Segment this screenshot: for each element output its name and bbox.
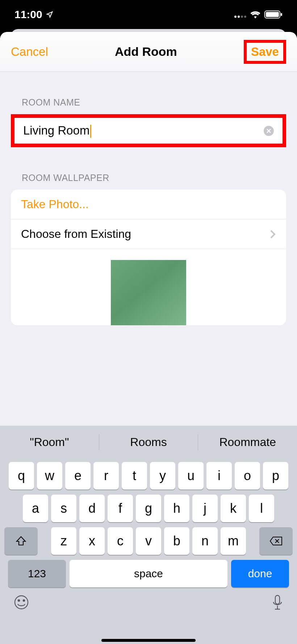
dictation-icon[interactable] [272,595,283,611]
shift-icon [16,536,26,546]
key-b[interactable]: b [164,527,189,555]
save-button[interactable]: Save [244,40,286,64]
key-x[interactable]: x [79,527,105,555]
key-o[interactable]: o [235,462,260,490]
key-row-2: a s d f g h j k l [4,495,293,522]
shift-key[interactable] [4,527,38,555]
svg-point-8 [18,600,20,601]
battery-icon [264,11,283,18]
key-q[interactable]: q [9,462,34,490]
backspace-icon [269,536,283,546]
wallpaper-preview-row [11,249,286,325]
room-name-input[interactable]: Living Room [14,118,283,144]
svg-rect-10 [275,595,280,604]
close-icon [266,128,271,133]
suggestion-1[interactable]: "Room" [0,435,99,449]
choose-existing-button[interactable]: Choose from Existing [11,219,286,249]
key-row-1: q w e r t y u i o p [4,462,293,490]
wallpaper-label: ROOM WALLPAPER [0,147,297,190]
key-c[interactable]: c [108,527,133,555]
room-name-label: ROOM NAME [0,72,297,114]
key-k[interactable]: k [221,495,246,522]
key-l[interactable]: l [249,495,274,522]
svg-point-0 [234,16,237,18]
clear-text-button[interactable] [264,126,274,136]
emoji-icon[interactable] [14,595,29,610]
key-h[interactable]: h [164,495,189,522]
key-m[interactable]: m [221,527,246,555]
key-w[interactable]: w [37,462,62,490]
numeric-key[interactable]: 123 [8,560,66,587]
take-photo-label: Take Photo... [21,198,89,211]
key-n[interactable]: n [192,527,218,555]
wifi-icon [250,11,261,18]
suggestion-3[interactable]: Roommate [198,435,297,449]
svg-point-9 [23,600,25,601]
take-photo-button[interactable]: Take Photo... [11,190,286,219]
wallpaper-thumbnail[interactable] [111,260,186,325]
wallpaper-card: Take Photo... Choose from Existing [11,190,286,325]
room-name-field-highlight: Living Room [11,114,286,147]
key-g[interactable]: g [136,495,161,522]
key-d[interactable]: d [79,495,105,522]
room-name-value: Living Room [23,124,264,138]
keyboard: "Room" Rooms Roommate q w e r t y u i o … [0,426,297,644]
location-icon [46,11,53,18]
svg-rect-5 [266,12,279,17]
text-cursor [90,125,91,138]
backspace-key[interactable] [259,527,293,555]
status-time: 11:00 [14,8,42,21]
content-area: ROOM NAME Living Room ROOM WALLPAPER Tak… [0,72,297,325]
svg-point-3 [244,16,246,18]
key-j[interactable]: j [192,495,218,522]
key-y[interactable]: y [150,462,175,490]
key-z[interactable]: z [51,527,76,555]
svg-rect-6 [281,13,282,16]
cancel-button[interactable]: Cancel [11,45,48,59]
status-bar: 11:00 [0,0,297,29]
svg-point-1 [238,16,240,18]
done-key[interactable]: done [231,560,289,587]
page-title: Add Room [115,45,177,59]
key-row-4: 123 space done [4,560,293,587]
suggestion-2[interactable]: Rooms [99,435,198,449]
modal-sheet: Cancel Add Room Save ROOM NAME Living Ro… [0,32,297,644]
key-u[interactable]: u [178,462,204,490]
keyboard-footer [0,587,297,611]
key-s[interactable]: s [51,495,76,522]
home-indicator[interactable] [101,639,196,642]
key-i[interactable]: i [206,462,232,490]
key-p[interactable]: p [263,462,288,490]
chevron-right-icon [269,229,276,239]
key-v[interactable]: v [136,527,161,555]
svg-point-7 [15,596,28,609]
key-row-3: z x c v b n m [4,527,293,555]
key-e[interactable]: e [65,462,91,490]
signal-icon [234,11,246,18]
suggestion-bar: "Room" Rooms Roommate [0,426,297,458]
key-r[interactable]: r [93,462,119,490]
choose-existing-label: Choose from Existing [21,227,131,241]
key-t[interactable]: t [122,462,147,490]
navigation-bar: Cancel Add Room Save [0,32,297,72]
space-key[interactable]: space [70,560,227,587]
key-f[interactable]: f [108,495,133,522]
key-a[interactable]: a [23,495,48,522]
svg-point-2 [241,16,243,18]
